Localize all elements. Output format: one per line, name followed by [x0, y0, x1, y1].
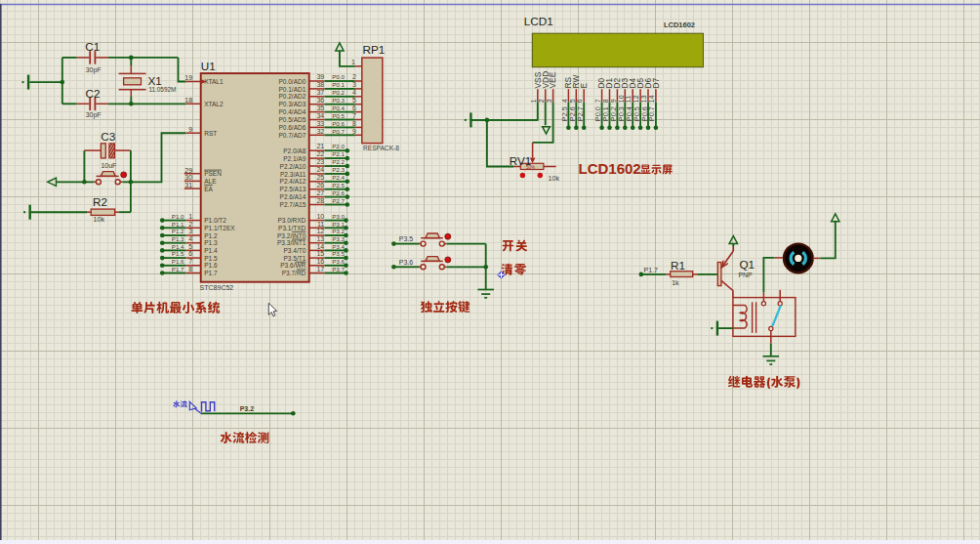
svg-text:C1: C1 — [85, 40, 100, 53]
svg-text:19: 19 — [184, 74, 192, 81]
svg-text:2: 2 — [352, 73, 356, 80]
svg-text:12: 12 — [633, 95, 639, 103]
svg-text:P2.5: P2.5 — [332, 182, 345, 188]
svg-text:1: 1 — [188, 213, 192, 220]
svg-text:P2.6/A14: P2.6/A14 — [280, 193, 306, 200]
svg-text:P1.2: P1.2 — [204, 232, 218, 239]
svg-text:P1.7: P1.7 — [644, 267, 659, 273]
svg-text:P3.1: P3.1 — [332, 221, 345, 228]
svg-text:P3.6: P3.6 — [332, 258, 345, 265]
svg-text:P1.0/T2: P1.0/T2 — [204, 217, 226, 224]
svg-text:P3.5: P3.5 — [399, 235, 414, 242]
svg-text:P3.5: P3.5 — [332, 250, 345, 257]
svg-text:P3.5/T1: P3.5/T1 — [284, 255, 306, 262]
svg-text:P0.7: P0.7 — [647, 106, 656, 121]
svg-text:P0.4: P0.4 — [332, 105, 345, 111]
svg-text:P0.6/AD6: P0.6/AD6 — [278, 124, 306, 131]
svg-text:33: 33 — [316, 120, 324, 127]
svg-text:P3.3/INT1: P3.3/INT1 — [277, 239, 306, 246]
svg-text:1: 1 — [530, 99, 537, 103]
svg-text:P0.6: P0.6 — [332, 120, 345, 127]
svg-text:P3.2: P3.2 — [240, 405, 255, 412]
svg-text:ALE: ALE — [204, 178, 217, 185]
svg-text:14: 14 — [648, 95, 655, 103]
svg-text:2: 2 — [188, 221, 192, 228]
svg-text:8: 8 — [188, 266, 192, 272]
svg-text:RESPACK-8: RESPACK-8 — [363, 145, 399, 151]
svg-text:LCD1: LCD1 — [524, 15, 553, 27]
svg-text:LCD1602: LCD1602 — [579, 160, 641, 177]
svg-text:11: 11 — [625, 96, 632, 103]
svg-text:25: 25 — [316, 174, 324, 181]
svg-text:P3.0: P3.0 — [332, 213, 345, 220]
svg-text:14: 14 — [316, 243, 324, 250]
svg-text:4: 4 — [352, 89, 356, 96]
svg-text:26: 26 — [316, 182, 324, 188]
svg-text:P2.3: P2.3 — [332, 166, 345, 173]
svg-text:P1.3: P1.3 — [172, 235, 184, 242]
svg-text:P0.5/AD5: P0.5/AD5 — [278, 116, 306, 123]
svg-text:P0.4/AD4: P0.4/AD4 — [278, 108, 306, 115]
svg-text:XTAL1: XTAL1 — [204, 78, 224, 85]
svg-text:12: 12 — [316, 228, 324, 234]
svg-text:RP1: RP1 — [363, 43, 386, 56]
svg-text:17: 17 — [316, 266, 324, 272]
svg-text:PNP: PNP — [738, 272, 753, 278]
svg-text:29: 29 — [184, 167, 192, 174]
svg-text:P0.1: P0.1 — [332, 81, 345, 88]
svg-text:P2.4: P2.4 — [332, 174, 345, 181]
svg-text:P3.6/WR: P3.6/WR — [280, 262, 306, 269]
svg-text:P1.7: P1.7 — [172, 266, 184, 272]
svg-text:P2.7/A15: P2.7/A15 — [280, 201, 306, 208]
svg-text:P2.3/A11: P2.3/A11 — [280, 171, 306, 178]
svg-text:11.0592M: 11.0592M — [148, 86, 176, 93]
svg-text:P2.7: P2.7 — [332, 197, 345, 204]
svg-text:P0.7: P0.7 — [332, 128, 345, 135]
svg-text:30pF: 30pF — [86, 111, 102, 119]
svg-text:27: 27 — [316, 189, 324, 196]
svg-text:P3.1/TXD: P3.1/TXD — [278, 225, 306, 231]
svg-text:P2.2: P2.2 — [332, 158, 345, 165]
svg-text:P1.5: P1.5 — [172, 250, 184, 257]
svg-text:28: 28 — [316, 197, 324, 204]
svg-text:P2.7: P2.7 — [576, 106, 585, 121]
svg-text:11: 11 — [317, 221, 324, 228]
svg-text:EA: EA — [204, 186, 213, 192]
svg-text:P0.7/AD7: P0.7/AD7 — [278, 132, 306, 139]
svg-text:9: 9 — [352, 128, 356, 135]
svg-text:8: 8 — [352, 120, 356, 127]
svg-text:P1.4: P1.4 — [172, 243, 184, 250]
svg-text:10uF: 10uF — [101, 162, 116, 169]
svg-text:7: 7 — [594, 99, 601, 103]
svg-text:P0.0/AD0: P0.0/AD0 — [278, 78, 306, 85]
svg-text:P0.0: P0.0 — [332, 73, 345, 80]
svg-text:P0.3: P0.3 — [332, 97, 345, 104]
svg-text:16: 16 — [316, 258, 324, 265]
svg-text:RST: RST — [204, 130, 217, 137]
svg-text:C3: C3 — [101, 130, 115, 143]
svg-text:23: 23 — [316, 158, 324, 165]
svg-text:P3.6: P3.6 — [399, 259, 414, 266]
svg-text:P3.7/RD: P3.7/RD — [282, 270, 306, 276]
svg-text:X1: X1 — [147, 74, 161, 87]
svg-text:P0.2/AD2: P0.2/AD2 — [278, 93, 306, 100]
svg-text:9: 9 — [610, 99, 617, 103]
svg-text:P1.7: P1.7 — [204, 270, 218, 276]
svg-text:U1: U1 — [201, 60, 216, 72]
svg-text:P0.2: P0.2 — [332, 89, 345, 96]
svg-text:30: 30 — [184, 174, 192, 181]
svg-text:P1.3: P1.3 — [204, 239, 218, 246]
svg-text:10: 10 — [618, 95, 625, 103]
svg-text:P2.0/A8: P2.0/A8 — [283, 147, 306, 154]
svg-text:P2.6: P2.6 — [332, 189, 345, 196]
svg-text:P3.4/T0: P3.4/T0 — [284, 247, 306, 254]
svg-text:10: 10 — [316, 213, 324, 220]
svg-text:34: 34 — [316, 112, 324, 119]
svg-text:6: 6 — [352, 105, 356, 111]
svg-text:P1.0: P1.0 — [172, 213, 184, 220]
svg-text:P0.1/AD1: P0.1/AD1 — [278, 86, 306, 93]
svg-text:38: 38 — [316, 81, 324, 88]
svg-text:P2.4/A12: P2.4/A12 — [280, 178, 306, 185]
svg-text:C2: C2 — [86, 87, 101, 100]
svg-text:2: 2 — [538, 99, 545, 103]
